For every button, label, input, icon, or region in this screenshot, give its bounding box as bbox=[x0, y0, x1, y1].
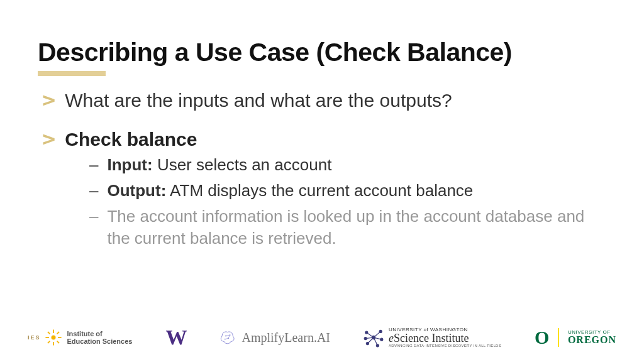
slide-body: > What are the inputs and what are the o… bbox=[38, 90, 606, 250]
sub-label: Output: bbox=[107, 181, 166, 200]
sub-text: The account information is looked up in … bbox=[107, 206, 585, 250]
sub-label: Input: bbox=[107, 155, 152, 174]
o-icon: O bbox=[535, 327, 549, 348]
divider-bar bbox=[558, 328, 559, 347]
escience-text-block: UNIVERSITY of WASHINGTON eScience Instit… bbox=[389, 327, 501, 348]
svg-line-8 bbox=[47, 341, 50, 344]
bullet-item: > What are the inputs and what are the o… bbox=[43, 90, 606, 111]
slide-title: Describing a Use Case (Check Balance) bbox=[38, 38, 606, 67]
uw-logo: W bbox=[165, 326, 187, 349]
svg-point-0 bbox=[51, 336, 55, 340]
svg-line-7 bbox=[57, 332, 59, 334]
w-icon: W bbox=[165, 326, 187, 349]
escience-name: eScience Institute bbox=[389, 332, 501, 344]
title-underline bbox=[38, 71, 106, 76]
brain-icon bbox=[220, 330, 236, 345]
svg-point-24 bbox=[376, 344, 379, 347]
ies-acronym: IES bbox=[28, 334, 41, 341]
svg-point-18 bbox=[365, 331, 368, 334]
sub-item: – The account information is looked up i… bbox=[89, 206, 606, 250]
chevron-icon: > bbox=[42, 90, 55, 110]
svg-point-22 bbox=[380, 338, 383, 341]
sub-value: ATM displays the current account balance bbox=[166, 181, 473, 200]
svg-line-6 bbox=[57, 341, 59, 344]
svg-line-14 bbox=[228, 335, 230, 338]
svg-point-20 bbox=[379, 330, 382, 332]
sub-text: Input: User selects an account bbox=[107, 154, 331, 176]
bullet-text: Check balance bbox=[65, 129, 197, 150]
ies-label-block: Institute of Education Sciences bbox=[67, 330, 133, 345]
svg-point-26 bbox=[366, 343, 369, 345]
sun-icon bbox=[45, 329, 62, 346]
sub-text: Output: ATM displays the current account… bbox=[107, 180, 473, 202]
dash-icon: – bbox=[89, 180, 98, 202]
amplifylearn-logo: AmplifyLearn.AI bbox=[220, 330, 330, 345]
svg-line-15 bbox=[225, 338, 228, 339]
uoregon-text-block: UNIVERSITY OF OREGON bbox=[568, 330, 616, 345]
sub-item: – Output: ATM displays the current accou… bbox=[89, 180, 606, 202]
escience-tagline: ADVANCING DATA-INTENSIVE DISCOVERY IN AL… bbox=[389, 344, 501, 348]
ies-mark: IES bbox=[28, 329, 62, 346]
svg-point-28 bbox=[364, 337, 367, 340]
bullet-text: What are the inputs and what are the out… bbox=[65, 90, 452, 111]
ies-label-line: Institute of bbox=[67, 330, 133, 337]
dash-icon: – bbox=[89, 206, 98, 228]
ies-label-line: Education Sciences bbox=[67, 337, 133, 345]
dash-icon: – bbox=[89, 154, 98, 176]
sub-value: User selects an account bbox=[153, 155, 332, 174]
bullet-item: > Check balance bbox=[43, 129, 606, 150]
footer-logos: IES Institute of Education Sciences W bbox=[0, 326, 644, 349]
sub-list: – Input: User selects an account – Outpu… bbox=[89, 154, 606, 250]
escience-logo: UNIVERSITY of WASHINGTON eScience Instit… bbox=[364, 327, 501, 348]
svg-line-5 bbox=[47, 332, 50, 334]
sub-item: – Input: User selects an account bbox=[89, 154, 606, 176]
svg-line-13 bbox=[226, 335, 231, 336]
network-icon bbox=[364, 327, 384, 348]
amplifylearn-text: AmplifyLearn.AI bbox=[242, 331, 330, 345]
uoregon-logo: O UNIVERSITY OF OREGON bbox=[535, 327, 616, 348]
slide: Describing a Use Case (Check Balance) > … bbox=[0, 0, 644, 362]
uoregon-main: OREGON bbox=[568, 335, 616, 345]
ies-logo: IES Institute of Education Sciences bbox=[28, 329, 132, 346]
chevron-icon: > bbox=[42, 129, 55, 149]
